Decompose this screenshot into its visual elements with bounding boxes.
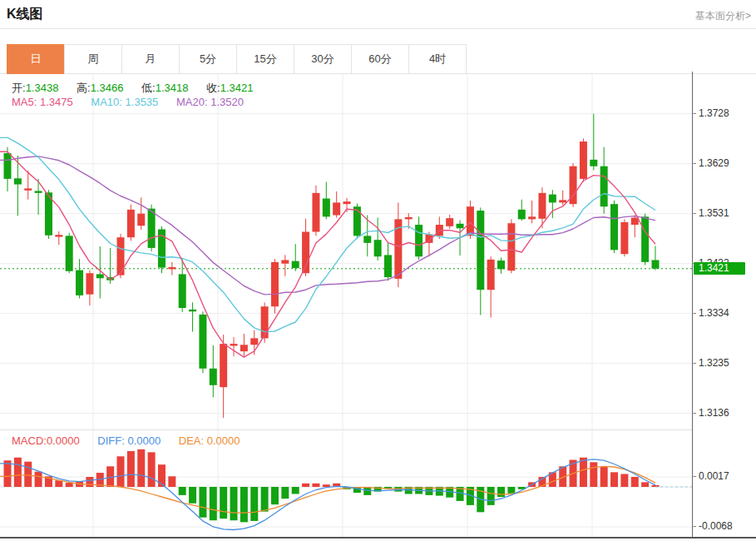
macd-readout: MACD:0.0000 DIFF: 0.0000 DEA: 0.0000 [12,434,255,447]
macd-value-readout: MACD:0.0000 [12,434,80,447]
price-axis-line [692,72,693,538]
tab-15min[interactable]: 15分 [236,44,294,74]
y-axis-label: 1.3728 [692,107,729,119]
tab-60min[interactable]: 60分 [351,44,409,74]
y-axis-label: 0.0017 [692,470,729,482]
tab-month[interactable]: 月 [121,44,180,74]
y-axis-label: -0.0068 [692,520,733,532]
main-grid [0,74,692,429]
chart-bottom-border [0,537,756,539]
kline-widget: K线图 基本面分析> 日 周 月 5分 15分 30分 60分 4时 开:1.3… [0,0,756,541]
ma20-readout: MA20: 1.3520 [176,96,244,108]
ohlc-readout: 开:1.3438 高:1.3466 低:1.3418 收:1.3421 [12,81,268,96]
ma5-readout: MA5: 1.3475 [12,96,73,108]
high-readout: 高:1.3466 [77,82,123,94]
diff-line [0,459,655,530]
dea-value-readout: DEA: 0.0000 [179,434,240,447]
open-readout: 开:1.3438 [12,82,58,94]
header-divider [0,28,756,29]
ma10-line [0,137,655,331]
close-readout: 收:1.3421 [206,82,253,94]
candlestick-chart[interactable] [0,74,692,429]
y-axis-label: 1.3531 [692,207,729,219]
y-axis-label: 1.3334 [692,307,729,319]
y-axis-label: 1.3235 [692,357,729,369]
candles-layer [4,114,660,418]
tab-5min[interactable]: 5分 [179,44,237,74]
fundamental-analysis-link[interactable]: 基本面分析> [695,9,751,23]
low-readout: 低:1.3418 [141,82,188,94]
ma-readout: MA5: 1.3475 MA10: 1.3535 MA20: 1.3520 [12,96,259,108]
tab-day[interactable]: 日 [7,44,65,74]
ma10-readout: MA10: 1.3535 [91,96,158,108]
period-tabbar: 日 周 月 5分 15分 30分 60分 4时 [7,44,467,74]
tab-week[interactable]: 周 [64,44,122,74]
y-axis-label: 1.3136 [692,407,729,419]
tab-30min[interactable]: 30分 [294,44,352,74]
current-price-badge: 1.3421 [694,262,745,275]
page-title: K线图 [7,6,43,23]
y-axis-label: 1.3629 [692,157,729,169]
tab-4hour[interactable]: 4时 [408,44,467,74]
diff-value-readout: DIFF: 0.0000 [97,434,161,447]
